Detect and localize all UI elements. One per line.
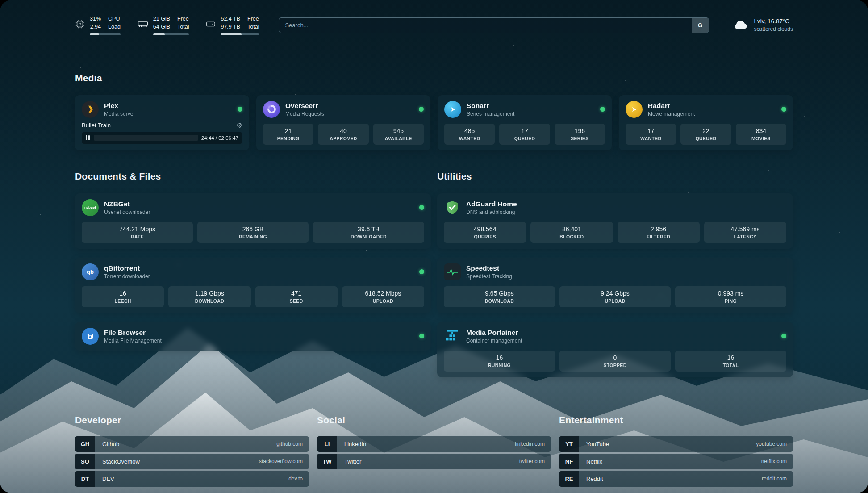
app-subtitle: Torrent downloader — [104, 273, 414, 280]
stat-downloaded: 39.6 TBDOWNLOADED — [313, 222, 424, 243]
topbar: 31% CPU 2.94 Load — [75, 15, 793, 35]
app-name: File Browser — [104, 328, 414, 337]
status-online-dot — [419, 107, 424, 112]
bookmarks-entertainment: Entertainment YT YouTube youtube.com NF … — [559, 415, 793, 487]
bookmark-reddit[interactable]: RE Reddit reddit.com — [559, 471, 793, 487]
portainer-card[interactable]: Media Portainer Container management 16R… — [437, 322, 793, 377]
stat-ping: 0.993 msPING — [675, 286, 786, 307]
stat-rate: 744.21 MbpsRATE — [82, 222, 193, 243]
stat-series: 196SERIES — [555, 124, 605, 145]
section-title-entertainment: Entertainment — [559, 415, 793, 426]
app-subtitle: Usenet downloader — [104, 209, 414, 215]
sonarr-card[interactable]: Sonarr Series management 485WANTED 17QUE… — [438, 95, 612, 150]
search-engine-button[interactable]: G — [692, 18, 709, 33]
now-playing-title: Bullet Train — [82, 122, 111, 129]
bookmark-badge: SO — [75, 454, 95, 469]
cloud-icon — [732, 18, 748, 32]
ram-total-label: Total — [177, 23, 189, 31]
bookmark-twitter[interactable]: TW Twitter twitter.com — [317, 454, 551, 469]
speedtest-card[interactable]: Speedtest Speedtest Tracking 9.65 GbpsDO… — [437, 258, 793, 313]
plex-card[interactable]: Plex Media server Bullet Train ⚙ 24:44 /… — [75, 95, 249, 150]
bookmarks-section: Developer GH Github github.com SO StackO… — [75, 415, 793, 487]
stat-approved: 40APPROVED — [318, 124, 368, 145]
section-title-media: Media — [75, 73, 793, 84]
bookmark-linkedin[interactable]: LI LinkedIn linkedin.com — [317, 436, 551, 452]
disk-free-label: Free — [247, 15, 259, 23]
nzbget-icon: nzbget — [82, 199, 99, 216]
nzbget-card[interactable]: nzbget NZBGet Usenet downloader 744.21 M… — [75, 193, 431, 249]
ram-progress-bar — [153, 33, 189, 35]
qbittorrent-icon: qb — [82, 263, 99, 280]
sonarr-icon — [444, 101, 461, 118]
bookmark-badge: LI — [317, 436, 337, 452]
stat-upload: 9.24 GbpsUPLOAD — [559, 286, 671, 307]
bookmark-url: linkedin.com — [515, 441, 545, 447]
disk-free-value: 52.4 TB — [221, 15, 240, 23]
stat-latency: 47.569 msLATENCY — [704, 222, 786, 243]
bookmark-url: twitter.com — [519, 458, 545, 464]
dashboard-content: 31% CPU 2.94 Load — [0, 0, 868, 487]
documents-column: Documents & Files nzbget NZBGet Usenet d… — [75, 171, 431, 386]
stat-queries: 498,564QUERIES — [444, 222, 526, 243]
disk-total-value: 97.9 TB — [221, 23, 240, 31]
bookmark-badge: GH — [75, 436, 95, 452]
weather-location: Lviv, 16.87°C — [754, 17, 793, 26]
stat-pending: 21PENDING — [263, 124, 313, 145]
bookmark-name: LinkedIn — [344, 441, 366, 447]
utilities-column: Utilities AdGuard Home — [437, 171, 793, 386]
bookmark-name: StackOverflow — [102, 458, 140, 465]
app-subtitle: DNS and adblocking — [466, 209, 786, 215]
section-title-developer: Developer — [75, 415, 309, 426]
stat-filtered: 2,956FILTERED — [618, 222, 700, 243]
stat-running: 16RUNNING — [444, 351, 555, 372]
app-subtitle: Movie management — [648, 111, 776, 117]
qbittorrent-card[interactable]: qb qBittorrent Torrent downloader 16LEEC… — [75, 258, 431, 313]
cpu-load-value: 2.94 — [90, 23, 101, 31]
portainer-icon — [444, 328, 461, 345]
stat-remaining: 266 GBREMAINING — [197, 222, 309, 243]
bookmark-stackoverflow[interactable]: SO StackOverflow stackoverflow.com — [75, 454, 309, 469]
bookmark-url: youtube.com — [756, 441, 787, 447]
pause-icon[interactable] — [85, 134, 91, 141]
bookmark-url: dev.to — [288, 476, 303, 482]
status-online-dot — [600, 107, 605, 112]
app-subtitle: Media Requests — [285, 111, 413, 117]
settings-icon[interactable]: ⚙ — [237, 122, 242, 129]
search-input[interactable] — [279, 18, 708, 33]
bookmark-badge: RE — [559, 471, 579, 487]
main-columns: Documents & Files nzbget NZBGet Usenet d… — [75, 171, 793, 386]
stat-download: 1.19 GbpsDOWNLOAD — [168, 286, 250, 307]
adguard-card[interactable]: AdGuard Home DNS and adblocking 498,564Q… — [437, 193, 793, 249]
dashboard-window: 31% CPU 2.94 Load — [0, 0, 868, 493]
overseerr-card[interactable]: Overseerr Media Requests 21PENDING 40APP… — [256, 95, 430, 150]
radarr-card[interactable]: Radarr Movie management 17WANTED 22QUEUE… — [619, 95, 793, 150]
bookmark-name: YouTube — [586, 441, 609, 447]
bookmark-dev[interactable]: DT DEV dev.to — [75, 471, 309, 487]
stars-snow-specks — [0, 0, 1, 1]
stat-leech: 16LEECH — [82, 286, 164, 307]
disk-progress-bar — [221, 33, 259, 35]
app-subtitle: Media server — [104, 111, 232, 117]
cpu-widget: 31% CPU 2.94 Load — [75, 15, 121, 35]
stat-stopped: 0STOPPED — [559, 351, 671, 372]
stat-total: 16TOTAL — [675, 351, 786, 372]
speedtest-icon — [444, 263, 461, 280]
status-online-dot — [419, 334, 424, 338]
ram-total-value: 64 GiB — [153, 23, 170, 31]
bookmark-url: github.com — [276, 441, 303, 447]
app-subtitle: Container management — [466, 338, 776, 344]
bookmark-github[interactable]: GH Github github.com — [75, 436, 309, 452]
bookmark-name: Netflix — [586, 458, 602, 465]
cpu-progress-bar — [90, 33, 121, 35]
bookmark-youtube[interactable]: YT YouTube youtube.com — [559, 436, 793, 452]
bookmark-url: stackoverflow.com — [259, 458, 303, 464]
ram-widget: 21 GiB Free 64 GiB Total — [138, 15, 189, 35]
app-name: NZBGet — [104, 200, 414, 208]
filebrowser-card[interactable]: File Browser Media File Management — [75, 322, 431, 351]
app-name: Overseerr — [285, 101, 413, 110]
overseerr-icon — [263, 101, 280, 118]
radarr-icon — [626, 101, 643, 118]
cpu-load-label: Load — [108, 23, 121, 31]
playback-progress-bar[interactable] — [94, 135, 198, 141]
bookmark-netflix[interactable]: NF Netflix netflix.com — [559, 454, 793, 469]
